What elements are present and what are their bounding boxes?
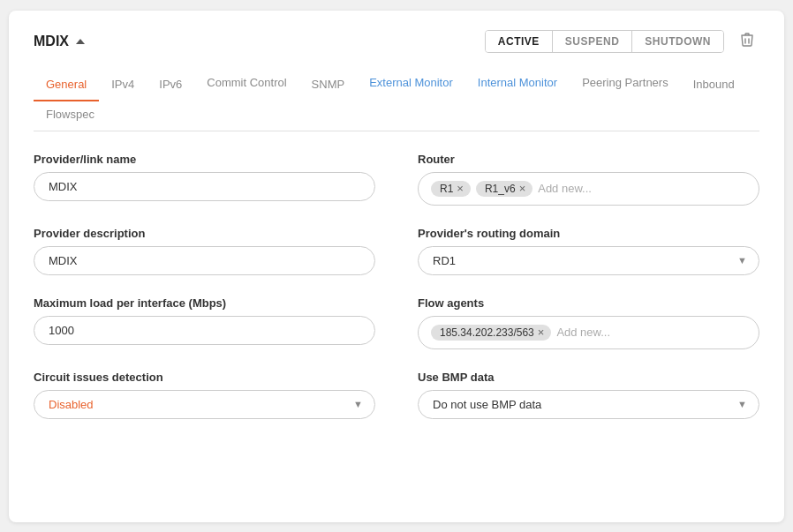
flow-agent-tag: 185.34.202.233/563 × [431,325,551,341]
provider-link-name-label: Provider/link name [34,153,375,166]
max-load-label: Maximum load per interface (Mbps) [34,296,375,310]
router-tag-r1v6: R1_v6 × [476,181,532,197]
circuit-issues-select-wrap: Disabled Enabled ▼ [34,390,375,419]
card-header: MDIX ACTIVE SUSPEND SHUTDOWN [34,28,759,55]
title-text: MDIX [34,34,69,49]
routing-domain-select[interactable]: RD1 RD2 RD3 [418,246,759,275]
flow-agents-placeholder: Add new... [556,326,610,339]
card-title: MDIX [34,34,85,49]
routing-domain-label: Provider's routing domain [418,227,759,240]
form-grid: Provider/link name Router R1 × R1_v6 × A… [34,153,759,419]
provider-link-name-input[interactable] [34,172,375,201]
router-label: Router [418,153,759,166]
router-tag-r1v6-text: R1_v6 [485,183,516,195]
max-load-input[interactable] [34,316,375,345]
circuit-issues-group: Circuit issues detection Disabled Enable… [34,371,375,419]
tab-flowspec[interactable]: Flowspec [34,101,107,131]
trash-icon [740,32,754,48]
provider-description-label: Provider description [34,227,375,240]
routing-domain-group: Provider's routing domain RD1 RD2 RD3 ▼ [418,227,759,275]
router-group: Router R1 × R1_v6 × Add new... [418,153,759,206]
router-tag-r1: R1 × [431,181,471,197]
router-tag-r1v6-close[interactable]: × [519,183,526,194]
flow-agents-group: Flow agents 185.34.202.233/563 × Add new… [418,296,759,349]
tab-commit-control[interactable]: Commit Control [194,72,298,101]
flow-agent-tag-text: 185.34.202.233/563 [440,326,534,339]
tab-peering-partners[interactable]: Peering Partners [570,72,681,101]
tab-inbound[interactable]: Inbound [681,71,747,101]
flow-agents-label: Flow agents [418,296,759,310]
tab-external-monitor[interactable]: External Monitor [357,72,465,101]
tab-ipv6[interactable]: IPv6 [147,71,194,101]
main-card: MDIX ACTIVE SUSPEND SHUTDOWN General IPv… [9,11,784,522]
suspend-button[interactable]: SUSPEND [553,31,633,52]
header-actions: ACTIVE SUSPEND SHUTDOWN [485,28,759,55]
router-tag-r1-text: R1 [440,183,453,195]
max-load-group: Maximum load per interface (Mbps) [34,296,375,349]
circuit-issues-label: Circuit issues detection [34,371,375,384]
flow-agent-tag-close[interactable]: × [538,326,545,338]
tab-general[interactable]: General [34,71,99,101]
tab-ipv4[interactable]: IPv4 [99,71,147,101]
tab-snmp[interactable]: SNMP [299,71,358,101]
bmp-data-select[interactable]: Do not use BMP data Use BMP data [418,390,759,419]
provider-description-group: Provider description [34,227,375,275]
bmp-data-group: Use BMP data Do not use BMP data Use BMP… [418,371,759,419]
status-button-group: ACTIVE SUSPEND SHUTDOWN [485,30,724,53]
active-button[interactable]: ACTIVE [486,31,553,52]
flow-agents-tag-input[interactable]: 185.34.202.233/563 × Add new... [418,316,759,349]
provider-link-name-group: Provider/link name [34,153,375,206]
collapse-icon[interactable] [76,39,85,44]
bmp-data-select-wrap: Do not use BMP data Use BMP data ▼ [418,390,759,419]
provider-description-input[interactable] [34,246,375,275]
shutdown-button[interactable]: SHUTDOWN [632,31,723,52]
router-placeholder: Add new... [538,182,592,195]
routing-domain-select-wrap: RD1 RD2 RD3 ▼ [418,246,759,275]
tab-internal-monitor[interactable]: Internal Monitor [465,72,570,101]
bmp-data-label: Use BMP data [418,371,759,384]
router-tag-input[interactable]: R1 × R1_v6 × Add new... [418,172,759,206]
circuit-issues-select[interactable]: Disabled Enabled [34,390,375,419]
nav-tabs: General IPv4 IPv6 Commit Control SNMP Ex… [34,71,759,131]
router-tag-r1-close[interactable]: × [457,183,464,194]
delete-button[interactable] [735,28,759,55]
